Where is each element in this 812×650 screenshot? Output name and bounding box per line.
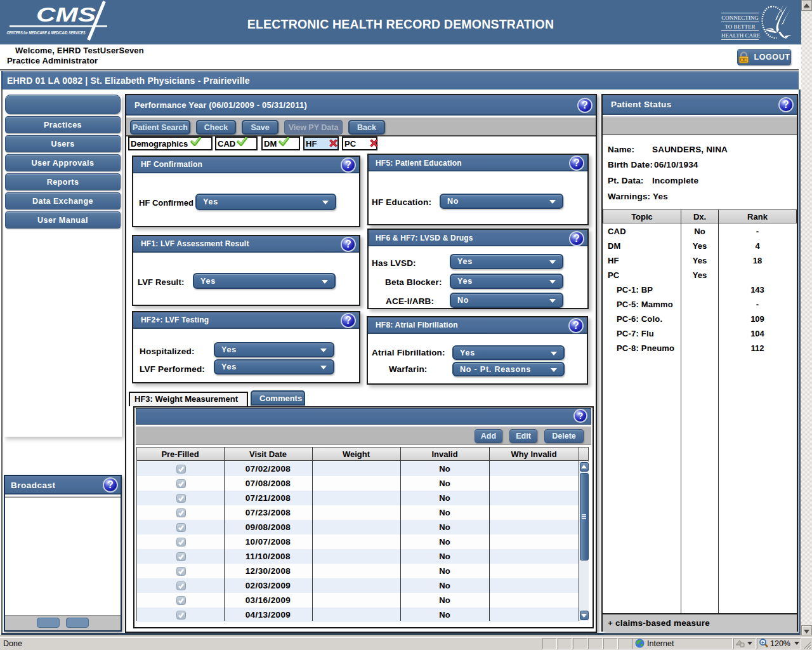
svg-text:+: + [761,640,764,646]
